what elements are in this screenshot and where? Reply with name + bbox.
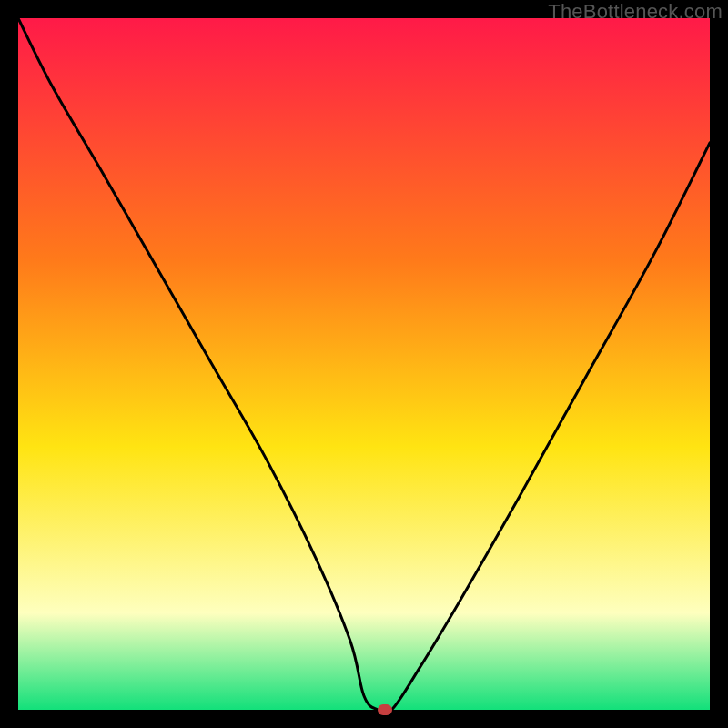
bottleneck-curve bbox=[18, 18, 710, 710]
optimal-point-marker bbox=[378, 704, 392, 715]
chart-stage: TheBottleneck.com bbox=[0, 0, 728, 728]
plot-area bbox=[18, 18, 710, 710]
